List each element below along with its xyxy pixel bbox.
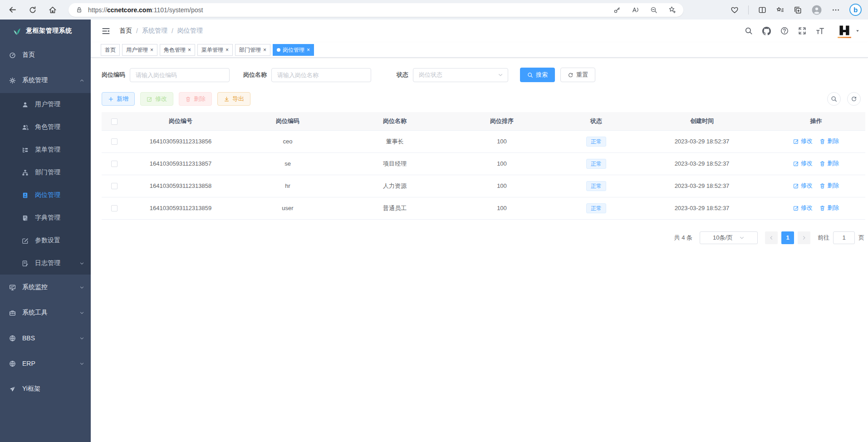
row-edit-link[interactable]: 修改 [793, 137, 813, 145]
tab-menu-management[interactable]: 菜单管理× [197, 44, 233, 56]
app-logo: 意框架管理系统 [0, 20, 91, 42]
github-icon[interactable] [762, 27, 771, 35]
breadcrumb-home[interactable]: 首页 [119, 27, 132, 35]
row-checkbox[interactable] [111, 205, 118, 211]
bing-chat-icon[interactable]: b [849, 4, 862, 16]
row-checkbox[interactable] [111, 183, 118, 189]
sidebar-item-menu-management[interactable]: 菜单管理 [0, 138, 91, 161]
page-size-value: 10条/页 [713, 234, 733, 242]
address-bar-actions [613, 6, 676, 14]
delete-button[interactable]: 删除 [179, 92, 212, 106]
row-edit-link[interactable]: 修改 [793, 159, 813, 167]
post-code-input[interactable] [130, 68, 230, 82]
font-size-icon[interactable] [816, 27, 824, 35]
row-checkbox[interactable] [111, 161, 118, 167]
search-button[interactable]: 搜索 [520, 68, 555, 82]
sidebar-item-home[interactable]: 首页 [0, 42, 91, 68]
sidebar-item-system-tools[interactable]: 系统工具 [0, 300, 91, 325]
tab-close-icon[interactable]: × [226, 47, 229, 53]
row-delete-label: 删除 [827, 137, 839, 145]
help-icon[interactable] [780, 27, 789, 35]
row-delete-link[interactable]: 删除 [819, 204, 839, 212]
sidebar-item-user-management[interactable]: 用户管理 [0, 93, 91, 116]
refresh-table-button[interactable] [847, 92, 861, 106]
download-icon [224, 96, 230, 102]
tab-close-icon[interactable]: × [307, 47, 310, 53]
collections-icon[interactable] [794, 6, 802, 14]
add-favorite-icon[interactable] [668, 6, 676, 14]
sidebar-item-system-monitor[interactable]: 系统监控 [0, 275, 91, 300]
read-aloud-icon[interactable] [632, 6, 639, 14]
prev-page-button[interactable] [765, 231, 778, 244]
sidebar-item-bbs[interactable]: BBS [0, 325, 91, 351]
browser-menu-icon[interactable] [832, 6, 840, 14]
sidebar-item-log-management[interactable]: 日志管理 [0, 252, 91, 275]
fullscreen-icon[interactable] [798, 27, 806, 35]
sidebar-item-role-management[interactable]: 角色管理 [0, 116, 91, 138]
cell-post-name: 董事长 [341, 130, 448, 152]
column-post-id: 岗位编号 [127, 112, 234, 130]
tab-role-management[interactable]: 角色管理× [160, 44, 195, 56]
tab-close-icon[interactable]: × [188, 47, 191, 53]
sidebar-item-post-management[interactable]: 岗位管理 [0, 184, 91, 206]
browser-essentials-icon[interactable] [731, 6, 739, 14]
tab-user-management[interactable]: 用户管理× [122, 44, 157, 56]
select-all-checkbox[interactable] [111, 118, 118, 125]
tab-dept-management[interactable]: 部门管理× [235, 44, 270, 56]
reset-button[interactable]: 重置 [560, 68, 595, 82]
sidebar-item-dept-management[interactable]: 部门管理 [0, 161, 91, 184]
show-search-toggle-button[interactable] [827, 92, 841, 106]
export-button[interactable]: 导出 [217, 92, 250, 106]
next-page-button[interactable] [798, 231, 810, 244]
password-key-icon[interactable] [613, 6, 621, 14]
row-edit-link[interactable]: 修改 [793, 204, 813, 212]
row-delete-label: 删除 [827, 159, 839, 167]
goto-page-input[interactable] [833, 231, 855, 244]
url-text[interactable]: https://ccnetcore.com:1101/system/post [88, 6, 203, 14]
tab-close-icon[interactable]: × [263, 47, 266, 53]
header-search-icon[interactable] [745, 27, 753, 35]
table-row: 1641030593112313857 se 项目经理 100 正常 2023-… [102, 152, 865, 175]
tags-view-bar: 首页 用户管理× 角色管理× 菜单管理× 部门管理× 岗位管理× [91, 42, 868, 58]
row-checkbox[interactable] [111, 138, 118, 145]
tab-post-management[interactable]: 岗位管理× [273, 44, 314, 56]
browser-home-icon[interactable] [49, 6, 57, 14]
user-avatar-menu[interactable] [837, 24, 860, 38]
add-button[interactable]: 新增 [102, 92, 135, 106]
browser-profile-avatar[interactable] [811, 5, 822, 15]
sidebar-item-system-management[interactable]: 系统管理 [0, 68, 91, 93]
sidebar-item-erp[interactable]: ERP [0, 351, 91, 376]
page-unit-label: 页 [858, 234, 864, 242]
sidebar-collapse-icon[interactable] [102, 27, 110, 35]
caret-down-icon [855, 29, 860, 33]
zoom-out-icon[interactable] [650, 6, 657, 14]
row-delete-link[interactable]: 删除 [819, 159, 839, 167]
top-navbar: 首页 / 系统管理 / 岗位管理 [91, 20, 868, 42]
post-name-input[interactable] [271, 68, 371, 82]
favorites-icon[interactable] [776, 6, 784, 14]
edit-button[interactable]: 修改 [140, 92, 173, 106]
tab-close-icon[interactable]: × [150, 47, 153, 53]
split-screen-icon[interactable] [758, 6, 766, 14]
sidebar-item-dict-management[interactable]: 字典管理 [0, 206, 91, 229]
lock-icon[interactable] [76, 6, 83, 13]
page-number-button[interactable]: 1 [781, 231, 794, 244]
edit-icon [147, 96, 152, 102]
address-bar[interactable]: https://ccnetcore.com:1101/system/post [69, 3, 683, 17]
row-edit-link[interactable]: 修改 [793, 182, 813, 190]
row-delete-link[interactable]: 删除 [819, 182, 839, 190]
browser-back-icon[interactable] [8, 5, 17, 14]
trash-icon [819, 138, 825, 144]
tab-home[interactable]: 首页 [101, 44, 120, 56]
row-delete-link[interactable]: 删除 [819, 137, 839, 145]
table-row: 1641030593112313856 ceo 董事长 100 正常 2023-… [102, 130, 865, 152]
cell-created-time: 2023-03-29 18:52:37 [637, 130, 767, 152]
tab-label: 首页 [105, 46, 116, 54]
sidebar-item-param-settings[interactable]: 参数设置 [0, 229, 91, 252]
cell-post-code: ceo [234, 130, 341, 152]
globe-icon [9, 360, 16, 367]
sidebar-item-yi-framework[interactable]: Yi框架 [0, 376, 91, 402]
browser-refresh-icon[interactable] [29, 6, 37, 14]
status-select[interactable]: 岗位状态 [413, 68, 508, 82]
page-size-select[interactable]: 10条/页 [700, 231, 758, 244]
